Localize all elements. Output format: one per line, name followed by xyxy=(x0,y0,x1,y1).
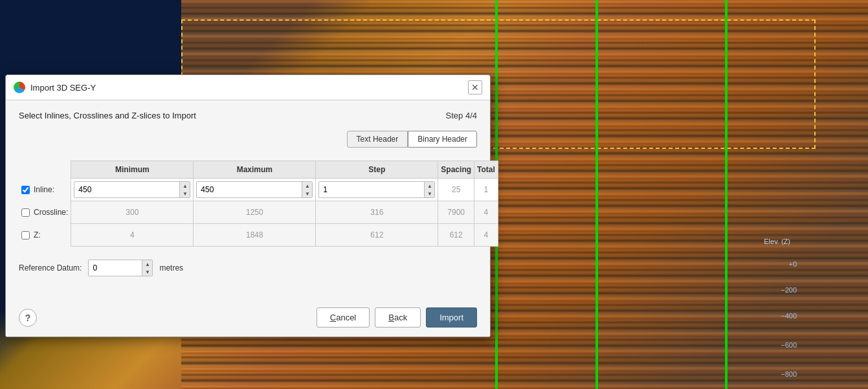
inline-label-cell: Inline: xyxy=(19,179,71,201)
inline-min-input[interactable]: ▲ ▼ xyxy=(74,181,190,198)
crossline-label: Crossline: xyxy=(34,208,68,217)
z-label-group: Z: xyxy=(21,230,68,239)
crossline-spacing-value: 7900 xyxy=(441,204,471,221)
col-label xyxy=(19,161,71,179)
crossline-total-cell: 4 xyxy=(474,201,498,224)
cancel-button[interactable]: Cancel xyxy=(317,307,370,328)
crossline-min-value: 300 xyxy=(74,204,190,221)
datum-value[interactable] xyxy=(89,260,142,276)
dialog-body: Select Inlines, Crosslines and Z-slices … xyxy=(6,100,490,300)
z-step-value: 612 xyxy=(318,227,435,243)
z-row: Z: 4 1848 612 612 xyxy=(19,224,498,247)
app-logo xyxy=(14,82,25,93)
inline-max-spinners: ▲ ▼ xyxy=(302,182,312,197)
inline-checkbox[interactable] xyxy=(21,186,30,194)
well-line-2 xyxy=(595,0,598,389)
crossline-checkbox[interactable] xyxy=(21,208,30,217)
inline-max-down[interactable]: ▼ xyxy=(302,190,312,197)
well-line-3 xyxy=(725,0,728,389)
dialog-footer: ? Cancel Back Import xyxy=(6,300,490,337)
scale-400: −400 xyxy=(781,312,797,320)
import-dialog: Import 3D SEG-Y ✕ Select Inlines, Crossl… xyxy=(5,74,491,337)
footer-left: ? xyxy=(19,309,37,327)
crossline-step-cell: 316 xyxy=(316,201,438,224)
inline-label-group: Inline: xyxy=(21,185,68,194)
z-max-cell: 1848 xyxy=(194,224,316,247)
crossline-total-value: 4 xyxy=(477,204,495,221)
datum-unit: metres xyxy=(159,263,183,272)
dialog-overlay: Import 3D SEG-Y ✕ Select Inlines, Crossl… xyxy=(0,0,492,389)
crossline-max-cell: 1250 xyxy=(194,201,316,224)
crossline-max-value: 1250 xyxy=(196,204,313,221)
inline-min-up[interactable]: ▲ xyxy=(180,182,190,190)
inline-max-input[interactable]: ▲ ▼ xyxy=(196,181,313,198)
inline-row: Inline: ▲ ▼ xyxy=(19,179,498,201)
col-total: Total xyxy=(474,161,498,179)
dialog-title-left: Import 3D SEG-Y xyxy=(14,82,96,93)
inline-step-input[interactable]: ▲ ▼ xyxy=(318,181,435,198)
tab-bar: Text Header Binary Header xyxy=(19,131,477,148)
scale-200: −200 xyxy=(781,286,797,294)
z-step-cell: 612 xyxy=(316,224,438,247)
datum-row: Reference Datum: ▲ ▼ metres xyxy=(19,260,477,276)
inline-min-value[interactable] xyxy=(74,182,179,197)
crossline-min-cell: 300 xyxy=(71,201,194,224)
crossline-label-group: Crossline: xyxy=(21,208,68,217)
inline-step-cell: ▲ ▼ xyxy=(316,179,438,201)
crossline-label-cell: Crossline: xyxy=(19,201,71,224)
z-max-value: 1848 xyxy=(196,227,313,243)
inline-max-cell: ▲ ▼ xyxy=(194,179,316,201)
step-label: Step 4/4 xyxy=(446,111,477,120)
inline-min-cell: ▲ ▼ xyxy=(71,179,194,201)
z-min-value: 4 xyxy=(74,227,190,243)
col-minimum: Minimum xyxy=(71,161,194,179)
z-min-cell: 4 xyxy=(71,224,194,247)
col-spacing: Spacing xyxy=(438,161,474,179)
selection-table: Minimum Maximum Step Spacing Total Inlin xyxy=(19,161,498,247)
datum-up[interactable]: ▲ xyxy=(142,260,152,268)
help-button[interactable]: ? xyxy=(19,309,37,327)
crossline-spacing-cell: 7900 xyxy=(438,201,474,224)
inline-max-up[interactable]: ▲ xyxy=(302,182,312,190)
inline-step-down[interactable]: ▼ xyxy=(425,190,434,197)
inline-step-value[interactable] xyxy=(319,182,424,197)
scale-0: +0 xyxy=(788,260,797,268)
dialog-header-row: Select Inlines, Crosslines and Z-slices … xyxy=(19,111,477,120)
z-label: Z: xyxy=(34,230,41,239)
datum-input[interactable]: ▲ ▼ xyxy=(88,260,153,276)
import-button[interactable]: Import xyxy=(426,307,477,328)
scale-600: −600 xyxy=(781,341,797,349)
z-label-cell: Z: xyxy=(19,224,71,247)
inline-min-down[interactable]: ▼ xyxy=(180,190,190,197)
z-total-value: 4 xyxy=(477,227,495,243)
z-spacing-value: 612 xyxy=(441,227,471,243)
footer-right: Cancel Back Import xyxy=(317,307,477,328)
col-maximum: Maximum xyxy=(194,161,316,179)
close-button[interactable]: ✕ xyxy=(468,80,482,94)
crossline-step-value: 316 xyxy=(318,204,435,221)
inline-label: Inline: xyxy=(34,185,54,194)
z-total-cell: 4 xyxy=(474,224,498,247)
inline-total-cell: 1 xyxy=(474,179,498,201)
dialog-title: Import 3D SEG-Y xyxy=(30,83,96,93)
text-header-tab[interactable]: Text Header xyxy=(347,131,408,148)
crossline-row: Crossline: 300 1250 316 7 xyxy=(19,201,498,224)
back-button[interactable]: Back xyxy=(375,307,421,328)
inline-total-value: 1 xyxy=(477,181,495,198)
binary-header-tab[interactable]: Binary Header xyxy=(408,131,477,148)
datum-spinners: ▲ ▼ xyxy=(142,260,152,276)
inline-max-value[interactable] xyxy=(197,182,302,197)
scale-800: −800 xyxy=(781,370,797,378)
inline-step-spinners: ▲ ▼ xyxy=(424,182,434,197)
inline-min-spinners: ▲ ▼ xyxy=(179,182,190,197)
datum-label: Reference Datum: xyxy=(19,263,82,272)
dialog-titlebar: Import 3D SEG-Y ✕ xyxy=(6,75,490,100)
inline-spacing-value: 25 xyxy=(441,181,471,198)
inline-spacing-cell: 25 xyxy=(438,179,474,201)
dialog-subtitle: Select Inlines, Crosslines and Z-slices … xyxy=(19,111,196,120)
z-checkbox[interactable] xyxy=(21,231,30,239)
datum-down[interactable]: ▼ xyxy=(142,268,152,276)
z-spacing-cell: 612 xyxy=(438,224,474,247)
inline-step-up[interactable]: ▲ xyxy=(425,182,434,190)
col-step: Step xyxy=(316,161,438,179)
